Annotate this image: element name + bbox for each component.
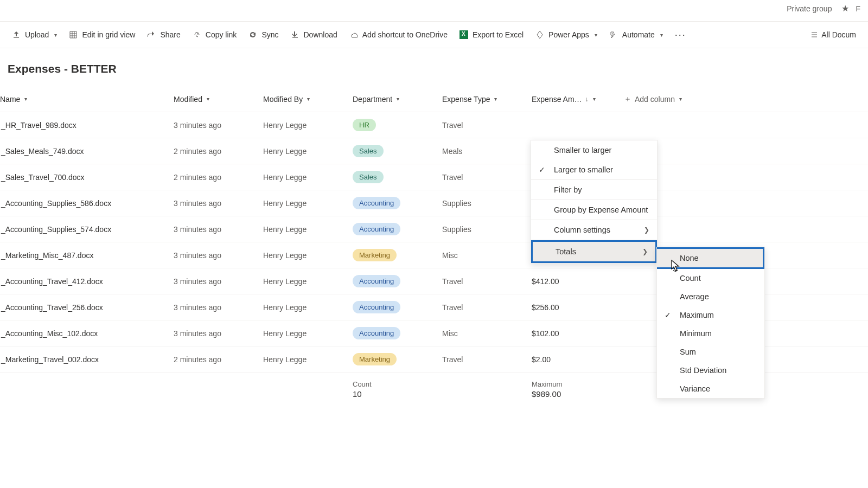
export-excel-button[interactable]: Export to Excel xyxy=(454,28,529,41)
col-head-expense-amount[interactable]: Expense Am… ↓ ▾ xyxy=(532,95,624,104)
menu-column-settings[interactable]: Column settings ❯ xyxy=(531,220,657,240)
totals-count-label: Count xyxy=(680,274,701,282)
sync-icon xyxy=(248,30,257,39)
totals-sum[interactable]: Sum xyxy=(657,343,764,361)
view-selector[interactable]: All Docum xyxy=(804,28,861,41)
footer-max-value: $989.00 xyxy=(532,389,624,399)
department-pill: Accounting xyxy=(353,275,400,287)
favorite-star-icon[interactable]: ★ xyxy=(841,3,849,14)
footer-max-label: Maximum xyxy=(532,380,624,388)
truncated-header-text: F xyxy=(856,4,860,13)
menu-totals[interactable]: Totals ❯ xyxy=(531,240,657,263)
excel-icon xyxy=(459,30,468,39)
download-button[interactable]: Download xyxy=(285,28,343,41)
cell-expense-type: Meals xyxy=(442,147,532,156)
department-pill: Accounting xyxy=(353,301,400,313)
edit-grid-button[interactable]: Edit in grid view xyxy=(63,28,141,41)
table-row[interactable]: _Sales_Meals_749.docx2 minutes agoHenry … xyxy=(0,138,868,164)
totals-std-deviation[interactable]: Std Deviation xyxy=(657,361,764,380)
cell-name[interactable]: _Accounting_Supplies_586.docx xyxy=(0,199,174,208)
share-label: Share xyxy=(160,30,180,39)
cell-expense-type: Misc xyxy=(442,329,532,338)
totals-average[interactable]: Average xyxy=(657,287,764,306)
cell-name[interactable]: _Marketing_Travel_002.docx xyxy=(0,355,174,364)
menu-larger-label: Larger to smaller xyxy=(554,165,613,174)
cell-expense-type: Supplies xyxy=(442,199,532,208)
cell-modified-by: Henry Legge xyxy=(263,147,353,156)
menu-larger-to-smaller[interactable]: ✓ Larger to smaller xyxy=(531,160,657,179)
cell-modified: 3 minutes ago xyxy=(174,303,263,312)
department-pill: Accounting xyxy=(353,223,400,235)
cell-name[interactable]: _Accounting_Travel_256.docx xyxy=(0,303,174,312)
col-head-name[interactable]: Name ▾ xyxy=(0,95,174,104)
cell-name[interactable]: _Sales_Travel_700.docx xyxy=(0,173,174,182)
menu-filter-by[interactable]: Filter by xyxy=(531,180,657,200)
cell-name[interactable]: _Marketing_Misc_487.docx xyxy=(0,251,174,260)
col-head-department-label: Department xyxy=(353,95,392,104)
power-apps-button[interactable]: Power Apps ▾ xyxy=(530,28,603,41)
chevron-down-icon: ▾ xyxy=(593,96,596,102)
sync-button[interactable]: Sync xyxy=(243,28,284,41)
col-head-modified-by[interactable]: Modified By ▾ xyxy=(263,95,353,104)
cell-modified: 3 minutes ago xyxy=(174,225,263,234)
table-row[interactable]: _Accounting_Supplies_574.docx3 minutes a… xyxy=(0,216,868,242)
cell-department: Sales xyxy=(353,145,442,157)
cell-modified-by: Henry Legge xyxy=(263,173,353,182)
cell-modified: 2 minutes ago xyxy=(174,173,263,182)
automate-button[interactable]: Automate ▾ xyxy=(604,28,668,41)
cell-department: Sales xyxy=(353,171,442,183)
totals-minimum-label: Minimum xyxy=(680,329,712,338)
copy-link-button[interactable]: Copy link xyxy=(187,28,242,41)
link-icon xyxy=(193,30,201,39)
share-button[interactable]: Share xyxy=(142,28,186,41)
upload-button[interactable]: Upload ▾ xyxy=(7,28,62,41)
more-actions-button[interactable]: ··· xyxy=(669,29,692,41)
totals-maximum[interactable]: ✓ Maximum xyxy=(657,306,764,324)
table-row[interactable]: _Sales_Travel_700.docx2 minutes agoHenry… xyxy=(0,164,868,190)
department-pill: Accounting xyxy=(353,327,400,339)
table-row[interactable]: _HR_Travel_989.docx3 minutes agoHenry Le… xyxy=(0,112,868,138)
check-icon: ✓ xyxy=(539,165,545,174)
plus-icon: ＋ xyxy=(624,94,631,104)
add-column-button[interactable]: ＋ Add column ▾ xyxy=(624,94,716,104)
menu-smaller-to-larger[interactable]: Smaller to larger xyxy=(531,140,657,160)
menu-group-by[interactable]: Group by Expense Amount xyxy=(531,200,657,220)
chevron-right-icon: ❯ xyxy=(644,226,649,234)
menu-smaller-label: Smaller to larger xyxy=(554,146,611,155)
cell-modified: 3 minutes ago xyxy=(174,199,263,208)
download-label: Download xyxy=(304,30,337,39)
col-head-name-label: Name xyxy=(0,95,20,104)
col-head-expense-type[interactable]: Expense Type ▾ xyxy=(442,95,532,104)
cell-name[interactable]: _HR_Travel_989.docx xyxy=(0,121,174,130)
cell-modified-by: Henry Legge xyxy=(263,329,353,338)
totals-minimum[interactable]: Minimum xyxy=(657,324,764,343)
upload-label: Upload xyxy=(25,30,49,39)
totals-variance[interactable]: Variance xyxy=(657,380,764,398)
cell-expense-type: Travel xyxy=(442,277,532,286)
cell-modified-by: Henry Legge xyxy=(263,225,353,234)
column-context-menu: Smaller to larger ✓ Larger to smaller Fi… xyxy=(531,140,658,264)
cell-name[interactable]: _Accounting_Misc_102.docx xyxy=(0,329,174,338)
footer-count-label: Count xyxy=(353,380,442,388)
add-shortcut-label: Add shortcut to OneDrive xyxy=(362,30,448,39)
cell-modified: 3 minutes ago xyxy=(174,251,263,260)
add-shortcut-button[interactable]: Add shortcut to OneDrive xyxy=(344,28,453,41)
cell-modified-by: Henry Legge xyxy=(263,251,353,260)
share-icon xyxy=(147,30,156,39)
department-pill: Accounting xyxy=(353,197,400,209)
upload-icon xyxy=(12,30,21,39)
totals-std-label: Std Deviation xyxy=(680,366,726,375)
cell-name[interactable]: _Sales_Meals_749.docx xyxy=(0,147,174,156)
cursor-icon xyxy=(669,259,681,273)
col-head-department[interactable]: Department ▾ xyxy=(353,95,442,104)
chevron-down-icon: ▾ xyxy=(307,96,310,102)
totals-sum-label: Sum xyxy=(680,348,696,356)
cell-name[interactable]: _Accounting_Supplies_574.docx xyxy=(0,225,174,234)
table-row[interactable]: _Accounting_Supplies_586.docx3 minutes a… xyxy=(0,190,868,216)
cell-name[interactable]: _Accounting_Travel_412.docx xyxy=(0,277,174,286)
cell-modified: 2 minutes ago xyxy=(174,355,263,364)
page-title: Expenses - BETTER xyxy=(0,48,868,86)
footer-count-value: 10 xyxy=(353,389,442,399)
add-column-label: Add column xyxy=(635,95,675,104)
col-head-modified[interactable]: Modified ▾ xyxy=(174,95,263,104)
